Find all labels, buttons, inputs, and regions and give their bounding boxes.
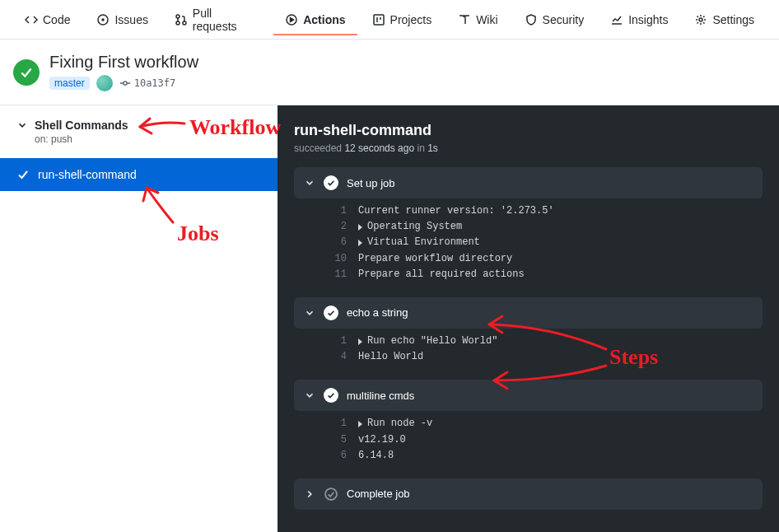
tab-settings[interactable]: Settings — [683, 5, 766, 35]
commit-sha[interactable]: 10a13f7 — [119, 77, 176, 89]
tab-label: Insights — [628, 13, 668, 26]
step: Set up job 1Current runner version: '2.2… — [294, 167, 763, 284]
log-line: 5v12.19.0 — [327, 432, 763, 448]
graph-icon — [610, 13, 623, 26]
chevron-down-icon — [16, 119, 28, 131]
step-header[interactable]: echo a string — [294, 297, 763, 329]
step: Complete job — [294, 478, 763, 510]
log-title: run-shell-command — [294, 122, 763, 139]
play-icon — [285, 13, 298, 26]
svg-point-2 — [176, 15, 180, 18]
step-title: Complete job — [347, 488, 410, 500]
log-ago: 12 seconds ago — [344, 142, 414, 154]
tab-wiki[interactable]: Wiki — [446, 5, 509, 35]
tab-insights[interactable]: Insights — [599, 5, 679, 35]
line-text: Prepare workflow directory — [358, 251, 512, 267]
chevron-right-icon — [304, 488, 315, 500]
disclosure-triangle-icon[interactable] — [358, 240, 362, 246]
tab-security[interactable]: Security — [513, 5, 596, 35]
tab-projects[interactable]: Projects — [361, 5, 444, 35]
line-number: 10 — [327, 251, 347, 267]
line-text: Run echo "Hello World" — [358, 334, 497, 349]
svg-rect-6 — [374, 15, 384, 25]
commit-icon — [119, 77, 131, 89]
body: Shell Commands on: push run-shell-comman… — [0, 105, 779, 532]
tab-actions[interactable]: Actions — [273, 5, 357, 35]
svg-point-4 — [183, 21, 186, 24]
line-text: Prepare all required actions — [358, 267, 525, 282]
steps-container: Set up job 1Current runner version: '2.2… — [294, 167, 763, 510]
run-title: Fixing First workflow — [49, 53, 198, 72]
workflow-item[interactable]: Shell Commands on: push — [0, 105, 278, 158]
svg-point-3 — [176, 21, 180, 24]
line-number: 6 — [327, 235, 347, 250]
avatar[interactable] — [96, 75, 113, 91]
log-header: run-shell-command succeeded 12 seconds a… — [294, 122, 763, 154]
tab-label: Pull requests — [193, 7, 259, 33]
disclosure-triangle-icon[interactable] — [358, 421, 362, 427]
line-number: 1 — [327, 334, 347, 349]
check-circle-icon — [324, 487, 338, 502]
disclosure-triangle-icon[interactable] — [358, 224, 362, 231]
log-line: 11Prepare all required actions — [327, 267, 763, 282]
tab-issues[interactable]: Issues — [85, 5, 159, 35]
git-pull-request-icon — [175, 13, 188, 26]
log-line: 10Prepare workflow directory — [327, 251, 763, 267]
tab-label: Actions — [303, 13, 345, 26]
repo-tabs: Code Issues Pull requests Actions Projec… — [0, 0, 779, 40]
line-number: 6 — [327, 448, 347, 464]
log-line: 66.14.8 — [327, 448, 763, 464]
step-header[interactable]: Complete job — [294, 478, 763, 510]
step-title: Set up job — [347, 177, 395, 189]
line-number: 1 — [327, 203, 347, 219]
log-line: 4Hello World — [327, 349, 763, 365]
in-word: in — [417, 142, 424, 154]
sidebar-job-run-shell-command[interactable]: run-shell-command — [0, 158, 278, 191]
check-icon — [16, 168, 30, 181]
sha-text: 10a13f7 — [134, 77, 176, 89]
book-icon — [458, 13, 471, 26]
svg-point-8 — [124, 82, 127, 85]
tab-label: Issues — [114, 13, 147, 26]
step-header[interactable]: Set up job — [294, 167, 763, 198]
tab-code[interactable]: Code — [13, 5, 82, 35]
shield-icon — [525, 13, 538, 26]
line-text: Hello World — [358, 349, 423, 365]
log-line: 1Current runner version: '2.273.5' — [327, 203, 763, 219]
step-title: multiline cmds — [347, 390, 414, 402]
check-circle-icon — [324, 388, 338, 403]
tab-label: Code — [43, 13, 70, 26]
log-line: 2Operating System — [327, 219, 763, 235]
check-circle-icon — [324, 175, 338, 190]
log-panel[interactable]: run-shell-command succeeded 12 seconds a… — [278, 105, 779, 532]
log-line: 1Run echo "Hello World" — [327, 334, 763, 349]
line-text: 6.14.8 — [358, 448, 394, 464]
chevron-down-icon — [304, 307, 315, 319]
issue-icon — [96, 13, 110, 26]
line-number: 11 — [327, 267, 347, 282]
step: multiline cmds 1Run node -v5v12.19.066.1… — [294, 380, 763, 465]
log-lines: 1Run node -v5v12.19.066.14.8 — [294, 411, 763, 465]
svg-point-9 — [325, 488, 337, 500]
tab-pull-requests[interactable]: Pull requests — [163, 0, 270, 41]
workflow-name: Shell Commands — [35, 119, 128, 132]
chevron-down-icon — [304, 177, 315, 189]
run-status-success-icon — [13, 59, 40, 86]
tab-label: Settings — [712, 13, 754, 26]
tab-label: Wiki — [476, 13, 497, 26]
svg-point-1 — [102, 19, 104, 21]
step-title: echo a string — [347, 306, 408, 319]
step-header[interactable]: multiline cmds — [294, 380, 763, 411]
step: echo a string 1Run echo "Hello World"4He… — [294, 297, 763, 366]
run-header: Fixing First workflow master 10a13f7 — [0, 40, 779, 105]
log-line: 1Run node -v — [327, 416, 763, 432]
check-circle-icon — [324, 306, 338, 320]
line-text: v12.19.0 — [358, 432, 406, 448]
tab-label: Projects — [390, 13, 432, 26]
branch-badge[interactable]: master — [49, 77, 90, 90]
line-number: 2 — [327, 219, 347, 235]
sidebar: Shell Commands on: push run-shell-comman… — [0, 105, 278, 532]
job-name: run-shell-command — [38, 168, 137, 181]
disclosure-triangle-icon[interactable] — [358, 338, 362, 345]
log-duration: 1s — [427, 142, 438, 154]
